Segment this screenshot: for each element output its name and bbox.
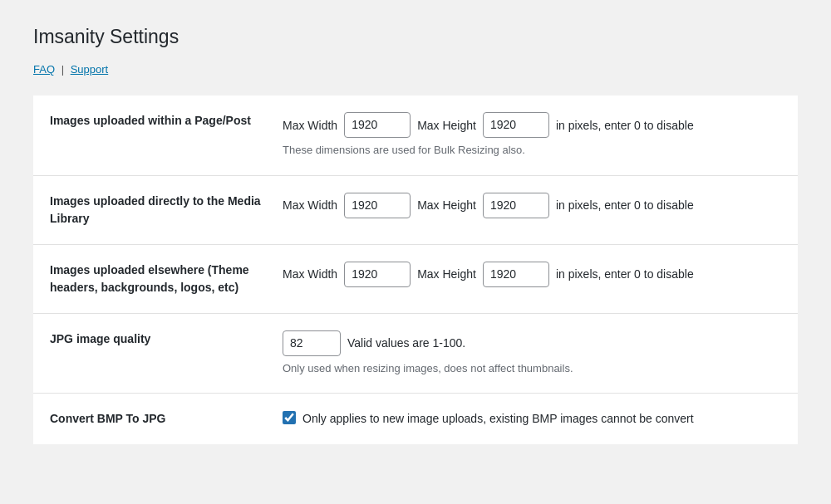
media-library-height-label: Max Height: [417, 198, 476, 212]
elsewhere-inline: Max Width Max Height in pixels, enter 0 …: [283, 262, 781, 288]
page-post-height-label: Max Height: [417, 119, 476, 132]
convert-bmp-checkbox-label: Only applies to new image uploads, exist…: [302, 410, 694, 428]
jpg-quality-controls: Valid values are 1-100. Only used when r…: [283, 330, 781, 377]
jpg-quality-label: JPG image quality: [50, 330, 283, 348]
settings-row-page-post: Images uploaded within a Page/Post Max W…: [33, 95, 798, 176]
jpg-quality-inline: Valid values are 1-100.: [283, 330, 781, 357]
page-post-pixels-label: in pixels, enter 0 to disable: [556, 119, 694, 132]
elsewhere-pixels-label: in pixels, enter 0 to disable: [556, 267, 694, 281]
media-library-controls: Max Width Max Height in pixels, enter 0 …: [283, 193, 781, 219]
media-library-max-height[interactable]: [483, 193, 549, 219]
jpg-quality-input[interactable]: [283, 330, 341, 357]
page-post-label: Images uploaded within a Page/Post: [50, 112, 283, 130]
faq-link[interactable]: FAQ: [33, 63, 55, 76]
settings-row-elsewhere: Images uploaded elsewhere (Theme headers…: [33, 245, 798, 314]
page-title: Imsanity Settings: [33, 25, 798, 50]
page-container: Imsanity Settings FAQ | Support Images u…: [0, 0, 831, 469]
elsewhere-label: Images uploaded elsewhere (Theme headers…: [50, 262, 283, 296]
elsewhere-width-label: Max Width: [283, 267, 337, 281]
links-row: FAQ | Support: [33, 63, 798, 76]
convert-bmp-checkbox-row: Only applies to new image uploads, exist…: [283, 410, 781, 428]
page-post-hint: These dimensions are used for Bulk Resiz…: [283, 143, 781, 158]
media-library-pixels-label: in pixels, enter 0 to disable: [556, 198, 694, 212]
settings-row-convert-bmp: Convert BMP To JPG Only applies to new i…: [33, 394, 798, 444]
separator: |: [61, 63, 64, 76]
settings-row-media-library: Images uploaded directly to the Media Li…: [33, 176, 798, 245]
page-post-max-height[interactable]: [483, 112, 549, 139]
page-post-width-label: Max Width: [283, 119, 337, 132]
media-library-label: Images uploaded directly to the Media Li…: [50, 193, 283, 228]
elsewhere-max-height[interactable]: [483, 262, 549, 288]
page-post-controls: Max Width Max Height in pixels, enter 0 …: [283, 112, 781, 159]
elsewhere-height-label: Max Height: [417, 267, 476, 281]
page-post-max-width[interactable]: [344, 112, 411, 139]
convert-bmp-label: Convert BMP To JPG: [50, 410, 283, 428]
jpg-quality-hint: Only used when resizing images, does not…: [283, 361, 781, 376]
media-library-inline: Max Width Max Height in pixels, enter 0 …: [283, 193, 781, 219]
elsewhere-max-width[interactable]: [344, 262, 411, 288]
page-post-inline: Max Width Max Height in pixels, enter 0 …: [283, 112, 781, 139]
support-link[interactable]: Support: [71, 63, 109, 76]
convert-bmp-controls: Only applies to new image uploads, exist…: [283, 410, 781, 428]
media-library-max-width[interactable]: [344, 193, 411, 219]
elsewhere-controls: Max Width Max Height in pixels, enter 0 …: [283, 262, 781, 288]
jpg-quality-valid-label: Valid values are 1-100.: [347, 336, 465, 350]
media-library-width-label: Max Width: [283, 198, 337, 212]
settings-row-jpg-quality: JPG image quality Valid values are 1-100…: [33, 314, 798, 394]
convert-bmp-checkbox[interactable]: [283, 411, 296, 424]
